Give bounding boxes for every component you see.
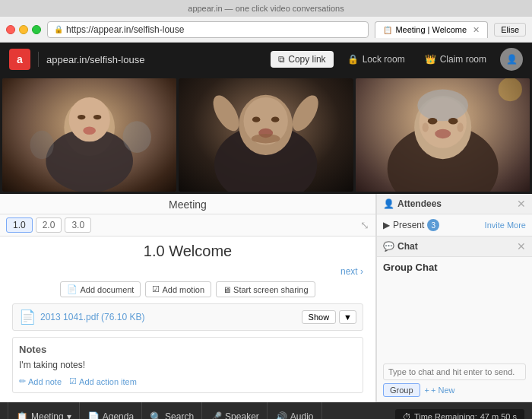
file-dropdown-button[interactable]: ▼ bbox=[339, 310, 356, 324]
svg-point-3 bbox=[78, 115, 85, 119]
user-avatar[interactable]: 👤 bbox=[500, 48, 523, 71]
svg-point-23 bbox=[435, 129, 451, 139]
attendee-icon: 👤 bbox=[383, 198, 394, 209]
right-panel: 👤 Attendees ✕ ▶ Present 3 Invite More 💬 … bbox=[376, 194, 532, 402]
add-motion-button[interactable]: ☑ Add motion bbox=[145, 281, 211, 297]
attendees-section: 👤 Attendees ✕ ▶ Present 3 Invite More bbox=[377, 194, 532, 236]
maximize-button[interactable] bbox=[32, 25, 41, 34]
appear-divider bbox=[38, 52, 39, 67]
chat-section: 💬 Chat ✕ Group Chat Group + + New bbox=[377, 236, 532, 402]
search-toolbar-item[interactable]: 🔍 Search bbox=[142, 402, 202, 419]
add-document-button[interactable]: 📄 Add document bbox=[60, 281, 141, 297]
welcome-title: 1.0 Welcome bbox=[12, 243, 363, 260]
notes-title: Notes bbox=[19, 344, 356, 355]
browser-tab[interactable]: 📋 Meeting | Welcome ✕ bbox=[375, 21, 488, 38]
present-badge[interactable]: ▶ Present 3 bbox=[383, 219, 439, 231]
meeting-title: Meeting bbox=[169, 198, 207, 211]
pdf-icon: 📄 bbox=[19, 309, 36, 325]
speaker-toolbar-item[interactable]: 🎤 Speaker bbox=[202, 402, 268, 419]
show-button[interactable]: Show bbox=[302, 310, 337, 324]
checkbox-icon: ☑ bbox=[152, 284, 160, 294]
next-link[interactable]: next › bbox=[12, 266, 363, 277]
file-name[interactable]: 2013 1041.pdf (76.10 KB) bbox=[40, 312, 302, 322]
file-row: 📄 2013 1041.pdf (76.10 KB) Show ▼ bbox=[12, 303, 363, 331]
attendees-close-button[interactable]: ✕ bbox=[517, 198, 526, 210]
audio-icon: 🔊 bbox=[275, 411, 287, 420]
chat-input-area: Group + + New bbox=[383, 363, 526, 397]
url-text: https://appear.in/selfish-louse bbox=[66, 24, 184, 35]
browser-toolbar: 🔒 https://appear.in/selfish-louse 📋 Meet… bbox=[0, 17, 532, 43]
bottom-toolbar: 📋 Meeting ▾ 📄 Agenda 🔍 Search 🎤 Speaker … bbox=[0, 402, 532, 419]
group-tab[interactable]: Group bbox=[383, 383, 420, 397]
svg-point-20 bbox=[417, 90, 468, 122]
invite-more-button[interactable]: Invite More bbox=[485, 221, 526, 230]
url-bar[interactable]: 🔒 https://appear.in/selfish-louse bbox=[47, 21, 369, 38]
tab-icon: 📋 bbox=[383, 26, 392, 34]
minimize-button[interactable] bbox=[19, 25, 28, 34]
video-feed-1 bbox=[2, 78, 176, 192]
svg-point-22 bbox=[448, 118, 458, 124]
time-remaining-value: 47 m 50 s bbox=[480, 412, 517, 419]
audio-toolbar-item[interactable]: 🔊 Audio bbox=[268, 402, 322, 419]
app-area: Meeting 1.0 2.0 3.0 ⤡ 1.0 Welcome next ›… bbox=[0, 194, 532, 402]
attendees-header: 👤 Attendees ✕ bbox=[377, 194, 532, 214]
search-icon: 🔍 bbox=[150, 411, 162, 420]
svg-point-21 bbox=[428, 118, 438, 124]
svg-point-6 bbox=[122, 121, 151, 153]
chat-close-button[interactable]: ✕ bbox=[517, 240, 526, 252]
chat-input[interactable] bbox=[383, 363, 526, 380]
svg-point-12 bbox=[287, 91, 324, 135]
copy-link-button[interactable]: ⧉ Copy link bbox=[271, 51, 333, 68]
attendees-title: 👤 Attendees bbox=[383, 198, 517, 209]
agenda-icon: 📄 bbox=[87, 411, 100, 420]
chat-tabs: Group + + New bbox=[383, 383, 526, 397]
collapse-icon[interactable]: ⤡ bbox=[360, 219, 369, 231]
lock-room-label: Lock room bbox=[363, 54, 405, 65]
svg-point-5 bbox=[83, 127, 96, 135]
traffic-lights bbox=[6, 25, 41, 34]
add-note-button[interactable]: ✏ Add note bbox=[19, 376, 62, 386]
appear-logo: a bbox=[9, 49, 30, 70]
video-area bbox=[0, 76, 532, 194]
tab-2-0[interactable]: 2.0 bbox=[36, 217, 62, 233]
svg-point-4 bbox=[93, 115, 101, 119]
chat-content: Group Chat Group + + New bbox=[377, 257, 532, 402]
video-tile-3 bbox=[356, 78, 530, 192]
copy-link-label: Copy link bbox=[288, 54, 325, 65]
meeting-panel: Meeting 1.0 2.0 3.0 ⤡ 1.0 Welcome next ›… bbox=[0, 194, 376, 402]
claim-room-label: Claim room bbox=[440, 54, 486, 65]
tab-3-0[interactable]: 3.0 bbox=[65, 217, 91, 233]
claim-room-button[interactable]: 👑 Claim room bbox=[419, 54, 492, 65]
time-remaining: ⏱ Time Remaining: 47 m 50 s bbox=[395, 409, 524, 419]
add-action-item-button[interactable]: ☑ Add action item bbox=[69, 376, 137, 386]
lock-room-button[interactable]: 🔒 Lock room bbox=[341, 54, 411, 65]
svg-point-26 bbox=[498, 78, 521, 101]
copy-icon: ⧉ bbox=[278, 54, 285, 65]
action-buttons: 📄 Add document ☑ Add motion 🖥 Start scre… bbox=[12, 281, 363, 297]
svg-point-7 bbox=[30, 131, 53, 160]
elise-button[interactable]: Elise bbox=[494, 23, 526, 37]
group-chat-title: Group Chat bbox=[383, 262, 526, 273]
speaker-icon: 🎤 bbox=[210, 411, 222, 420]
pencil-icon: ✏ bbox=[19, 376, 26, 386]
meeting-dropdown-icon: ▾ bbox=[67, 411, 71, 419]
appear-url: appear.in/selfish-louse bbox=[46, 54, 144, 65]
chat-header: 💬 Chat ✕ bbox=[377, 236, 532, 257]
new-chat-button[interactable]: + + New bbox=[425, 386, 455, 395]
triangle-icon: ▶ bbox=[383, 220, 390, 230]
close-button[interactable] bbox=[6, 25, 15, 34]
agenda-toolbar-item[interactable]: 📄 Agenda bbox=[80, 402, 142, 419]
plus-icon: + bbox=[425, 386, 429, 395]
tab-close-button[interactable]: ✕ bbox=[473, 25, 480, 35]
tab-1-0[interactable]: 1.0 bbox=[6, 217, 33, 233]
screen-icon: 🖥 bbox=[223, 285, 231, 294]
svg-point-24 bbox=[422, 122, 428, 132]
chat-messages bbox=[383, 278, 526, 359]
chat-icon: 💬 bbox=[383, 241, 394, 252]
video-tile-2 bbox=[179, 78, 353, 192]
start-screen-sharing-button[interactable]: 🖥 Start screen sharing bbox=[216, 281, 315, 297]
meeting-toolbar-item[interactable]: 📋 Meeting ▾ bbox=[8, 402, 80, 419]
video-feed-3 bbox=[356, 78, 530, 192]
meeting-label: Meeting bbox=[31, 411, 64, 419]
clock-icon: ⏱ bbox=[403, 412, 411, 419]
